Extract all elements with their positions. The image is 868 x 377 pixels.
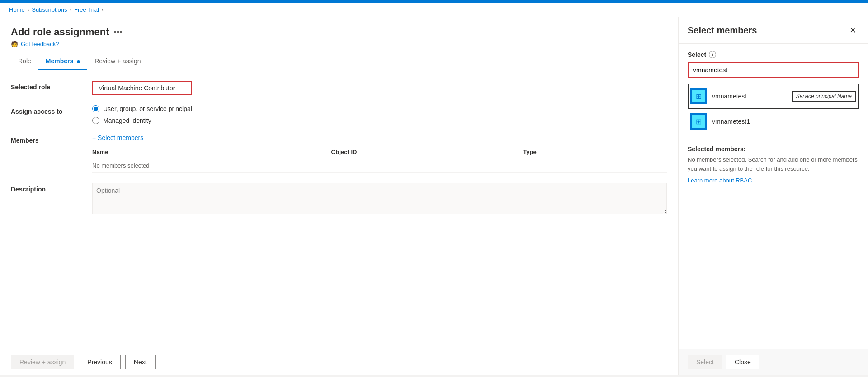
feedback-person-icon: 🧑 <box>11 41 18 47</box>
assign-access-row: Assign access to User, group, or service… <box>11 105 667 124</box>
tab-review-assign-label: Review + assign <box>94 57 141 65</box>
members-value: + Select members Name Object ID Type <box>92 134 667 173</box>
member-item-1[interactable]: ⊞ vmnametest Service principal Name <box>688 84 859 109</box>
member-name-2: vmnametest1 <box>712 118 750 125</box>
selected-members-desc: No members selected. Search for and add … <box>688 155 859 173</box>
description-value <box>92 183 667 216</box>
radio-managed-identity-input[interactable] <box>92 117 99 124</box>
breadcrumb-sep-3: › <box>102 7 104 13</box>
radio-managed-identity[interactable]: Managed identity <box>92 117 667 124</box>
member-avatar-1: ⊞ <box>690 88 707 104</box>
col-header-name: Name <box>92 146 322 158</box>
right-panel-title: Select members <box>688 25 757 36</box>
select-label: Select <box>688 51 706 58</box>
assign-access-label: Assign access to <box>11 105 92 115</box>
members-table: Name Object ID Type No members selected <box>92 146 667 173</box>
left-panel: Add role assignment ••• 🧑 Got feedback? … <box>0 17 678 375</box>
tab-role-label: Role <box>18 57 31 65</box>
breadcrumb-free-trial[interactable]: Free Trial <box>74 6 99 13</box>
right-panel-footer: Select Close <box>679 349 868 375</box>
selected-role-label: Selected role <box>11 81 92 91</box>
page-header: Add role assignment ••• 🧑 Got feedback? … <box>0 17 678 70</box>
description-textarea[interactable] <box>92 183 667 214</box>
bottom-bar: Review + assign Previous Next <box>0 349 678 375</box>
feedback-label: Got feedback? <box>21 41 59 47</box>
search-input[interactable] <box>689 64 857 76</box>
member-avatar-icon-2: ⊞ <box>696 117 702 126</box>
panel-close-button[interactable]: Close <box>726 355 760 369</box>
members-row: Members + Select members Name Object ID … <box>11 134 667 173</box>
table-row-empty: No members selected <box>92 158 667 173</box>
col-header-objectid: Object ID <box>322 146 523 158</box>
review-assign-button[interactable]: Review + assign <box>11 355 74 369</box>
select-members-link[interactable]: + Select members <box>92 134 667 141</box>
members-label: Members <box>11 134 92 144</box>
member-avatar-2: ⊞ <box>690 113 707 130</box>
more-options-icon[interactable]: ••• <box>114 28 123 37</box>
selected-members-title: Selected members: <box>688 145 859 153</box>
member-item-2[interactable]: ⊞ vmnametest1 <box>688 109 859 134</box>
radio-managed-identity-label: Managed identity <box>103 117 151 124</box>
no-members-text: No members selected <box>92 158 667 173</box>
breadcrumb-sep-2: › <box>70 7 71 13</box>
main-layout: Add role assignment ••• 🧑 Got feedback? … <box>0 17 868 375</box>
tab-role[interactable]: Role <box>11 53 38 70</box>
description-label: Description <box>11 183 92 193</box>
selected-role-box: Virtual Machine Contributor <box>92 81 192 95</box>
info-icon[interactable]: i <box>709 51 716 58</box>
col-header-type: Type <box>523 146 667 158</box>
breadcrumb: Home › Subscriptions › Free Trial › <box>0 3 868 17</box>
radio-user-group[interactable]: User, group, or service principal <box>92 105 667 112</box>
page-title-row: Add role assignment ••• <box>11 26 667 38</box>
select-label-row: Select i <box>688 51 859 58</box>
selected-role-row: Selected role Virtual Machine Contributo… <box>11 81 667 95</box>
tabs: Role Members Review + assign <box>11 53 667 70</box>
feedback-button[interactable]: 🧑 Got feedback? <box>11 41 667 47</box>
panel-content: Selected role Virtual Machine Contributo… <box>0 70 678 349</box>
member-list: ⊞ vmnametest Service principal Name ⊞ vm… <box>688 84 859 134</box>
close-panel-button[interactable]: ✕ <box>847 24 859 36</box>
selected-role-value: Virtual Machine Contributor <box>92 81 667 95</box>
previous-button[interactable]: Previous <box>79 355 120 369</box>
radio-group: User, group, or service principal Manage… <box>92 105 667 124</box>
right-panel-header: Select members ✕ <box>679 17 868 44</box>
service-principal-badge: Service principal Name <box>792 91 856 102</box>
members-dot <box>77 60 80 63</box>
search-box-wrapper <box>688 62 859 78</box>
description-row: Description <box>11 183 667 216</box>
learn-more-rbac-link[interactable]: Learn more about RBAC <box>688 177 752 184</box>
breadcrumb-sep-1: › <box>28 7 29 13</box>
radio-user-group-input[interactable] <box>92 105 99 112</box>
member-avatar-inner-1: ⊞ <box>692 90 705 102</box>
select-members-plus: + Select members <box>92 134 143 141</box>
breadcrumb-subscriptions[interactable]: Subscriptions <box>32 6 67 13</box>
radio-user-group-label: User, group, or service principal <box>103 105 192 112</box>
member-name-1: vmnametest <box>712 93 746 100</box>
member-avatar-inner-2: ⊞ <box>692 115 705 128</box>
breadcrumb-home[interactable]: Home <box>9 6 25 13</box>
next-button[interactable]: Next <box>125 355 156 369</box>
right-panel-body: Select i ⊞ vmnametest Service principal … <box>679 44 868 349</box>
page-title: Add role assignment <box>11 26 109 38</box>
tab-review-assign[interactable]: Review + assign <box>87 53 148 70</box>
assign-access-value: User, group, or service principal Manage… <box>92 105 667 124</box>
tab-members[interactable]: Members <box>38 53 87 70</box>
panel-divider <box>688 138 859 138</box>
member-avatar-icon-1: ⊞ <box>696 92 702 101</box>
selected-members-section: Selected members: No members selected. S… <box>688 145 859 184</box>
panel-select-button[interactable]: Select <box>688 355 722 369</box>
tab-members-label: Members <box>46 57 73 65</box>
right-panel: Select members ✕ Select i ⊞ vmnametest <box>678 17 868 375</box>
